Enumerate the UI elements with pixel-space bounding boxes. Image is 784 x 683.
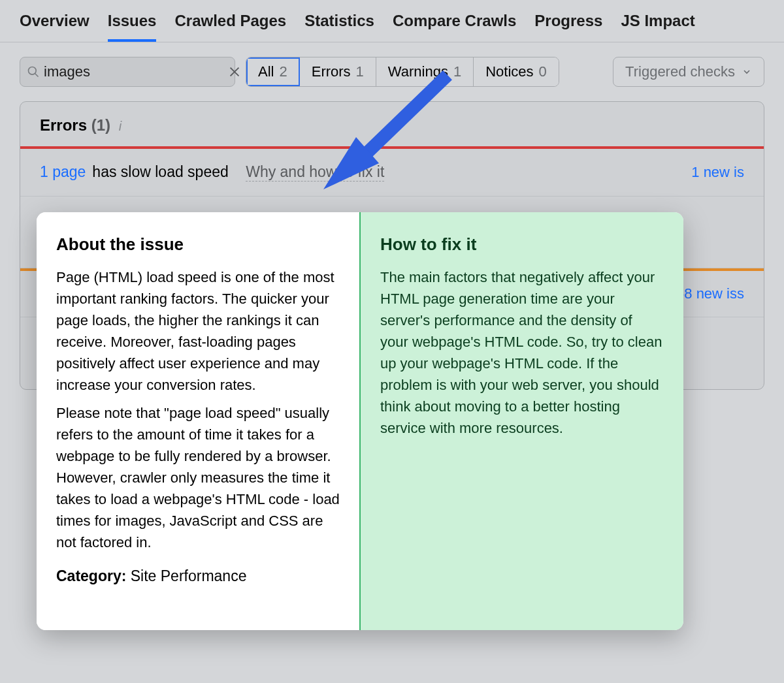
search-input[interactable] xyxy=(40,63,227,80)
tab-progress[interactable]: Progress xyxy=(534,12,602,42)
triggered-checks-dropdown[interactable]: Triggered checks xyxy=(613,57,764,87)
search-field-wrap xyxy=(20,57,235,87)
issue-text: has slow load speed xyxy=(92,163,228,181)
category-value: Site Performance xyxy=(131,567,247,584)
tab-compare-crawls[interactable]: Compare Crawls xyxy=(393,12,516,42)
tab-js-impact[interactable]: JS Impact xyxy=(621,12,694,42)
filter-warnings-label: Warnings xyxy=(388,63,448,80)
search-icon xyxy=(27,65,40,78)
issue-page-link[interactable]: 1 page xyxy=(40,163,86,181)
info-icon[interactable]: i xyxy=(119,119,122,133)
filter-warnings[interactable]: Warnings 1 xyxy=(376,57,474,86)
issue-row-1: 1 page has slow load speed Why and how t… xyxy=(20,149,764,197)
tab-crawled-pages[interactable]: Crawled Pages xyxy=(174,12,286,42)
filter-notices[interactable]: Notices 0 xyxy=(474,57,559,86)
tab-statistics[interactable]: Statistics xyxy=(304,12,374,42)
severity-filter: All 2 Errors 1 Warnings 1 Notices 0 xyxy=(246,57,559,87)
errors-header: Errors (1) i xyxy=(20,102,764,146)
filter-all-count: 2 xyxy=(279,63,287,80)
errors-count: (1) xyxy=(91,116,110,134)
filter-bar: All 2 Errors 1 Warnings 1 Notices 0 Trig… xyxy=(0,42,784,101)
triggered-label: Triggered checks xyxy=(625,63,735,80)
issue-new-count[interactable]: 1 new is xyxy=(691,164,744,181)
filter-errors-label: Errors xyxy=(312,63,351,80)
popup-about-column: About the issue Page (HTML) load speed i… xyxy=(37,212,361,630)
tab-overview[interactable]: Overview xyxy=(20,12,90,42)
errors-title: Errors xyxy=(40,116,87,134)
about-title: About the issue xyxy=(56,232,340,257)
filter-warnings-count: 1 xyxy=(453,63,461,80)
about-paragraph-1: Page (HTML) load speed is one of the mos… xyxy=(56,266,340,396)
filter-errors-count: 1 xyxy=(356,63,364,80)
filter-errors[interactable]: Errors 1 xyxy=(300,57,376,86)
category-line: Category: Site Performance xyxy=(56,565,340,588)
tab-issues[interactable]: Issues xyxy=(108,12,157,42)
svg-line-1 xyxy=(35,74,39,77)
filter-notices-count: 0 xyxy=(539,63,547,80)
issue-detail-popup: About the issue Page (HTML) load speed i… xyxy=(37,212,683,630)
fix-title: How to fix it xyxy=(380,232,664,257)
about-paragraph-2: Please note that "page load speed" usual… xyxy=(56,402,340,553)
issue2-new-count[interactable]: 68 new iss xyxy=(676,285,744,302)
svg-point-0 xyxy=(29,67,37,75)
filter-all[interactable]: All 2 xyxy=(246,57,300,86)
filter-all-label: All xyxy=(258,63,274,80)
why-how-fix-link[interactable]: Why and how to fix it xyxy=(246,163,384,182)
popup-fix-column: How to fix it The main factors that nega… xyxy=(361,212,683,630)
tab-bar: Overview Issues Crawled Pages Statistics… xyxy=(0,0,784,42)
category-label: Category: xyxy=(56,567,126,584)
filter-notices-label: Notices xyxy=(485,63,533,80)
clear-icon[interactable] xyxy=(227,65,242,79)
fix-body: The main factors that negatively affect … xyxy=(380,266,664,439)
chevron-down-icon xyxy=(742,67,752,77)
